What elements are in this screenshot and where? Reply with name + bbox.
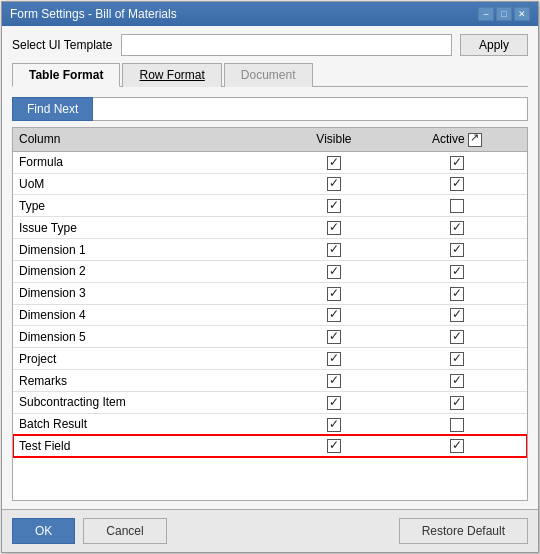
column-name-cell: UoM <box>13 173 281 195</box>
content-area: Select UI Template Apply Table Format Ro… <box>2 26 538 509</box>
table-row: Issue Type <box>13 217 527 239</box>
column-name-cell: Dimension 4 <box>13 304 281 326</box>
visible-checkbox[interactable] <box>327 418 341 432</box>
active-cell[interactable] <box>387 173 527 195</box>
table-header-row: Column Visible Active <box>13 128 527 151</box>
visible-cell[interactable] <box>281 348 387 370</box>
visible-cell[interactable] <box>281 173 387 195</box>
visible-checkbox[interactable] <box>327 177 341 191</box>
table-row: Type <box>13 195 527 217</box>
table-row: Dimension 3 <box>13 282 527 304</box>
active-checkbox[interactable] <box>450 308 464 322</box>
template-row: Select UI Template Apply <box>12 34 528 56</box>
minimize-button[interactable]: – <box>478 7 494 21</box>
active-checkbox[interactable] <box>450 221 464 235</box>
table-row: Dimension 1 <box>13 239 527 261</box>
title-bar: Form Settings - Bill of Materials – □ ✕ <box>2 2 538 26</box>
active-checkbox[interactable] <box>450 156 464 170</box>
tab-bar: Table Format Row Format Document <box>12 62 528 87</box>
visible-checkbox[interactable] <box>327 330 341 344</box>
active-checkbox[interactable] <box>450 265 464 279</box>
visible-checkbox[interactable] <box>327 352 341 366</box>
active-cell[interactable] <box>387 239 527 261</box>
maximize-button[interactable]: □ <box>496 7 512 21</box>
visible-checkbox[interactable] <box>327 308 341 322</box>
active-checkbox[interactable] <box>450 352 464 366</box>
active-cell[interactable] <box>387 151 527 173</box>
active-checkbox[interactable] <box>450 374 464 388</box>
visible-checkbox[interactable] <box>327 199 341 213</box>
cancel-button[interactable]: Cancel <box>83 518 166 544</box>
visible-cell[interactable] <box>281 260 387 282</box>
window-title: Form Settings - Bill of Materials <box>10 7 177 21</box>
column-name-cell: Formula <box>13 151 281 173</box>
table-row: UoM <box>13 173 527 195</box>
column-header: Column <box>13 128 281 151</box>
column-name-cell: Dimension 3 <box>13 282 281 304</box>
active-checkbox[interactable] <box>450 177 464 191</box>
active-cell[interactable] <box>387 370 527 392</box>
tab-document: Document <box>224 63 313 87</box>
active-cell[interactable] <box>387 282 527 304</box>
visible-checkbox[interactable] <box>327 374 341 388</box>
restore-default-button[interactable]: Restore Default <box>399 518 528 544</box>
visible-cell[interactable] <box>281 217 387 239</box>
close-button[interactable]: ✕ <box>514 7 530 21</box>
active-cell[interactable] <box>387 260 527 282</box>
ok-button[interactable]: OK <box>12 518 75 544</box>
apply-button[interactable]: Apply <box>460 34 528 56</box>
visible-checkbox[interactable] <box>327 243 341 257</box>
visible-checkbox[interactable] <box>327 156 341 170</box>
column-name-cell: Test Field <box>13 435 281 457</box>
find-input[interactable] <box>93 97 528 121</box>
active-checkbox[interactable] <box>450 418 464 432</box>
active-checkbox[interactable] <box>450 243 464 257</box>
footer-bar: OK Cancel Restore Default <box>2 509 538 552</box>
column-name-cell: Project <box>13 348 281 370</box>
active-cell[interactable] <box>387 195 527 217</box>
tab-row-format[interactable]: Row Format <box>122 63 221 87</box>
visible-cell[interactable] <box>281 195 387 217</box>
active-checkbox[interactable] <box>450 396 464 410</box>
visible-checkbox[interactable] <box>327 439 341 453</box>
table-row: Remarks <box>13 370 527 392</box>
active-sort-icon[interactable] <box>468 133 482 147</box>
table-row: Project <box>13 348 527 370</box>
active-cell[interactable] <box>387 413 527 435</box>
visible-cell[interactable] <box>281 282 387 304</box>
template-input[interactable] <box>121 34 452 56</box>
active-header: Active <box>387 128 527 151</box>
tab-table-format[interactable]: Table Format <box>12 63 120 87</box>
table-row: Test Field <box>13 435 527 457</box>
visible-cell[interactable] <box>281 435 387 457</box>
table-row: Formula <box>13 151 527 173</box>
visible-checkbox[interactable] <box>327 287 341 301</box>
active-checkbox[interactable] <box>450 439 464 453</box>
active-cell[interactable] <box>387 326 527 348</box>
table-row: Dimension 2 <box>13 260 527 282</box>
active-checkbox[interactable] <box>450 199 464 213</box>
visible-cell[interactable] <box>281 413 387 435</box>
active-cell[interactable] <box>387 304 527 326</box>
visible-checkbox[interactable] <box>327 221 341 235</box>
visible-cell[interactable] <box>281 304 387 326</box>
template-label: Select UI Template <box>12 38 113 52</box>
active-checkbox[interactable] <box>450 287 464 301</box>
active-cell[interactable] <box>387 348 527 370</box>
table-row: Subcontracting Item <box>13 391 527 413</box>
column-name-cell: Dimension 5 <box>13 326 281 348</box>
active-cell[interactable] <box>387 435 527 457</box>
visible-cell[interactable] <box>281 391 387 413</box>
active-cell[interactable] <box>387 217 527 239</box>
active-cell[interactable] <box>387 391 527 413</box>
visible-cell[interactable] <box>281 239 387 261</box>
visible-cell[interactable] <box>281 370 387 392</box>
visible-cell[interactable] <box>281 326 387 348</box>
find-row: Find Next <box>12 97 528 121</box>
visible-checkbox[interactable] <box>327 396 341 410</box>
active-checkbox[interactable] <box>450 330 464 344</box>
find-next-button[interactable]: Find Next <box>12 97 93 121</box>
columns-table: Column Visible Active FormulaUoMTypeIssu… <box>12 127 528 501</box>
visible-checkbox[interactable] <box>327 265 341 279</box>
visible-cell[interactable] <box>281 151 387 173</box>
